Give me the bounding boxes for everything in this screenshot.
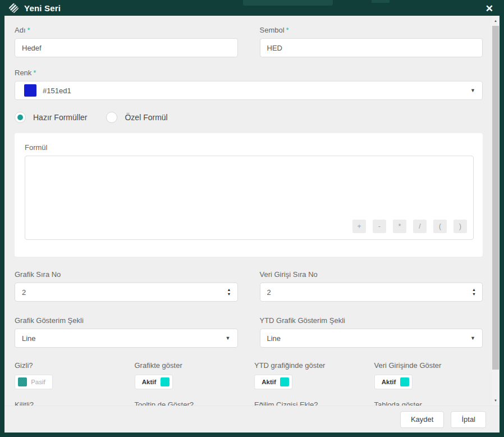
- ytd-grafiginde-goster-toggle[interactable]: Aktif: [254, 375, 292, 389]
- toggle-knob: [280, 377, 289, 386]
- field-chart-order: Grafik Sıra No 2 ▲ ▼: [15, 267, 238, 302]
- field-tooltip-de-goster: Tooltip de Göster? Pasif: [135, 397, 244, 406]
- formula-label: Formül: [25, 143, 474, 152]
- modal-body: Adı* Hedef Sembol* HED Renk* #151ed1 ▼: [4, 16, 500, 433]
- egilim-cizgisi-ekle-label: Eğilim Çizgisi Ekle?: [254, 400, 363, 406]
- field-color: Renk* #151ed1 ▼: [15, 69, 483, 100]
- chart-order-input[interactable]: 2 ▲ ▼: [15, 283, 238, 302]
- spinner-down-icon[interactable]: ▼: [227, 292, 231, 297]
- field-ytd-chart-display: YTD Grafik Gösterim Şekli Line ▼: [260, 313, 483, 348]
- chart-display-select[interactable]: Line ▼: [15, 329, 238, 348]
- formula-operator-bar: + - * / ( ): [352, 220, 467, 233]
- operator-open-paren-button[interactable]: (: [433, 220, 447, 233]
- radio-circle: [106, 112, 117, 123]
- data-entry-order-input[interactable]: 2 ▲ ▼: [260, 283, 483, 302]
- name-input[interactable]: Hedef: [15, 38, 238, 57]
- modal-header: Yeni Seri ✕: [0, 0, 504, 16]
- modal-footer: Kaydet İptal: [4, 406, 500, 433]
- spinner-up-icon[interactable]: ▲: [227, 288, 231, 292]
- operator-multiply-button[interactable]: *: [393, 220, 406, 233]
- gizli-toggle[interactable]: Pasif: [15, 375, 53, 389]
- operator-divide-button[interactable]: /: [413, 220, 427, 233]
- required-marker: *: [28, 26, 30, 34]
- ytd-chart-display-label: YTD Grafik Gösterim Şekli: [260, 316, 483, 325]
- chevron-down-icon: ▼: [470, 88, 475, 93]
- field-name: Adı* Hedef: [15, 22, 238, 57]
- form-content: Adı* Hedef Sembol* HED Renk* #151ed1 ▼: [4, 16, 492, 406]
- color-value: #151ed1: [43, 87, 71, 95]
- color-swatch: [24, 84, 36, 97]
- chart-order-label: Grafik Sıra No: [15, 270, 238, 279]
- spinner-down-icon[interactable]: ▼: [472, 292, 476, 297]
- name-label: Adı*: [15, 26, 238, 35]
- field-symbol: Sembol* HED: [260, 22, 483, 57]
- tabloda-goster-label: Tabloda göster: [374, 400, 483, 406]
- ytd-grafiginde-goster-label: YTD grafiğinde göster: [254, 361, 363, 370]
- field-veri-girisinde-goster: Veri Girişinde Göster Aktif: [374, 358, 483, 389]
- toggle-knob: [161, 377, 169, 386]
- number-spinner: ▲ ▼: [472, 288, 476, 297]
- scrollbar-thumb[interactable]: [492, 26, 499, 370]
- vertical-scrollbar[interactable]: ▲ ▼: [492, 16, 500, 406]
- radio-hazir-formuller[interactable]: Hazır Formüller: [15, 112, 87, 123]
- field-kilitli: Kilitli? Pasif: [15, 397, 123, 406]
- number-spinner: ▲ ▼: [227, 288, 231, 297]
- chevron-down-icon: ▼: [470, 335, 475, 341]
- modal-title: Yeni Seri: [24, 3, 61, 13]
- required-marker: *: [286, 26, 289, 34]
- operator-plus-button[interactable]: +: [352, 220, 366, 233]
- cancel-button[interactable]: İptal: [451, 411, 486, 428]
- operator-minus-button[interactable]: -: [373, 220, 386, 233]
- scroll-down-icon[interactable]: ▼: [492, 397, 500, 404]
- field-gizli: Gizli? Pasif: [15, 358, 123, 389]
- ytd-chart-display-select[interactable]: Line ▼: [260, 329, 483, 348]
- field-egilim-cizgisi-ekle: Eğilim Çizgisi Ekle? Pasif: [254, 397, 363, 406]
- field-tabloda-goster: Tabloda göster Pasif: [374, 397, 483, 406]
- formula-card: Formül + - * / ( ): [15, 133, 483, 257]
- color-label: Renk*: [15, 69, 483, 78]
- toggle-knob: [18, 377, 27, 386]
- chart-display-label: Grafik Gösterim Şekli: [15, 316, 238, 325]
- scroll-up-icon[interactable]: ▲: [492, 17, 500, 25]
- close-icon[interactable]: ✕: [483, 2, 496, 16]
- save-button[interactable]: Kaydet: [400, 411, 444, 428]
- gizli-label: Gizli?: [15, 361, 123, 370]
- series-diamond-icon: [8, 3, 19, 13]
- color-select[interactable]: #151ed1 ▼: [15, 81, 483, 100]
- chevron-down-icon: ▼: [226, 335, 231, 341]
- veri-girisinde-goster-toggle[interactable]: Aktif: [374, 375, 413, 389]
- operator-close-paren-button[interactable]: ): [453, 220, 467, 233]
- field-ytd-grafiginde-goster: YTD grafiğinde göster Aktif: [254, 358, 363, 389]
- field-chart-display: Grafik Gösterim Şekli Line ▼: [15, 313, 238, 348]
- kilitli-label: Kilitli?: [15, 400, 123, 406]
- toggle-knob: [400, 377, 409, 386]
- field-grafikte-goster: Grafikte göster Aktif: [135, 358, 244, 389]
- formula-textarea[interactable]: + - * / ( ): [25, 156, 474, 240]
- veri-girisinde-goster-label: Veri Girişinde Göster: [374, 361, 483, 370]
- required-marker: *: [33, 69, 36, 77]
- spinner-up-icon[interactable]: ▲: [472, 288, 476, 292]
- modal-frame: Yeni Seri ✕ Adı* Hedef Sembol* HED: [0, 0, 504, 437]
- grafikte-goster-toggle[interactable]: Aktif: [135, 375, 173, 389]
- grafikte-goster-label: Grafikte göster: [135, 361, 244, 370]
- data-entry-order-label: Veri Girişi Sıra No: [260, 270, 483, 279]
- tooltip-de-goster-label: Tooltip de Göster?: [135, 400, 244, 406]
- symbol-label: Sembol*: [260, 26, 483, 35]
- symbol-input[interactable]: HED: [260, 38, 483, 57]
- radio-circle: [15, 112, 26, 123]
- field-data-entry-order: Veri Girişi Sıra No 2 ▲ ▼: [260, 267, 483, 302]
- radio-ozel-formul[interactable]: Özel Formül: [106, 112, 167, 123]
- formula-mode-group: Hazır Formüller Özel Formül: [15, 111, 483, 124]
